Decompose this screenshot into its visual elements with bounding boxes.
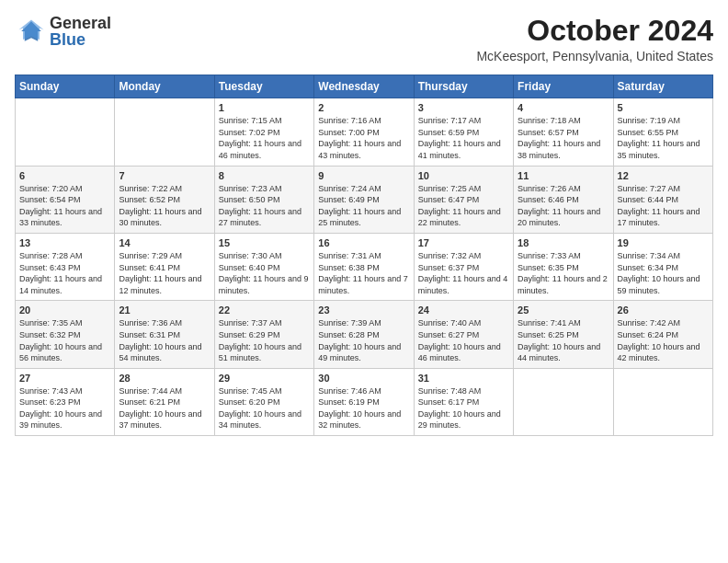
calendar-cell: 15Sunrise: 7:30 AM Sunset: 6:40 PM Dayli… bbox=[214, 233, 313, 300]
calendar-cell: 23Sunrise: 7:39 AM Sunset: 6:28 PM Dayli… bbox=[314, 301, 414, 368]
calendar-cell: 26Sunrise: 7:42 AM Sunset: 6:24 PM Dayli… bbox=[613, 301, 712, 368]
logo-general-text: General bbox=[50, 15, 111, 31]
cell-content: Sunrise: 7:15 AM Sunset: 7:02 PM Dayligh… bbox=[219, 115, 310, 161]
calendar-cell: 3Sunrise: 7:17 AM Sunset: 6:59 PM Daylig… bbox=[414, 98, 513, 166]
day-number: 11 bbox=[518, 170, 609, 181]
cell-content: Sunrise: 7:24 AM Sunset: 6:49 PM Dayligh… bbox=[318, 183, 409, 229]
calendar-cell: 1Sunrise: 7:15 AM Sunset: 7:02 PM Daylig… bbox=[214, 98, 313, 166]
cell-content: Sunrise: 7:26 AM Sunset: 6:46 PM Dayligh… bbox=[518, 183, 609, 229]
calendar-cell: 22Sunrise: 7:37 AM Sunset: 6:29 PM Dayli… bbox=[214, 301, 313, 368]
day-number: 29 bbox=[219, 373, 310, 384]
calendar-cell: 19Sunrise: 7:34 AM Sunset: 6:34 PM Dayli… bbox=[613, 233, 712, 300]
calendar-cell: 20Sunrise: 7:35 AM Sunset: 6:32 PM Dayli… bbox=[16, 301, 115, 368]
calendar-cell: 2Sunrise: 7:16 AM Sunset: 7:00 PM Daylig… bbox=[314, 98, 414, 166]
cell-content: Sunrise: 7:29 AM Sunset: 6:41 PM Dayligh… bbox=[119, 250, 210, 296]
calendar-day-header: Monday bbox=[115, 75, 214, 98]
calendar-cell: 16Sunrise: 7:31 AM Sunset: 6:38 PM Dayli… bbox=[314, 233, 414, 300]
calendar-cell bbox=[613, 368, 712, 435]
calendar-week-row: 6Sunrise: 7:20 AM Sunset: 6:54 PM Daylig… bbox=[16, 166, 713, 233]
calendar-cell: 12Sunrise: 7:27 AM Sunset: 6:44 PM Dayli… bbox=[613, 166, 712, 233]
calendar-cell bbox=[115, 98, 214, 166]
calendar-cell: 14Sunrise: 7:29 AM Sunset: 6:41 PM Dayli… bbox=[115, 233, 214, 300]
calendar-cell: 4Sunrise: 7:18 AM Sunset: 6:57 PM Daylig… bbox=[514, 98, 613, 166]
cell-content: Sunrise: 7:19 AM Sunset: 6:55 PM Dayligh… bbox=[618, 115, 709, 161]
calendar-day-header: Sunday bbox=[16, 75, 115, 98]
calendar-day-header: Thursday bbox=[414, 75, 513, 98]
calendar-cell: 31Sunrise: 7:48 AM Sunset: 6:17 PM Dayli… bbox=[414, 368, 513, 435]
calendar-cell: 9Sunrise: 7:24 AM Sunset: 6:49 PM Daylig… bbox=[314, 166, 414, 233]
day-number: 25 bbox=[518, 304, 609, 316]
calendar-week-row: 1Sunrise: 7:15 AM Sunset: 7:02 PM Daylig… bbox=[16, 98, 713, 166]
location-title: McKeesport, Pennsylvania, United States bbox=[476, 49, 713, 63]
calendar-cell: 29Sunrise: 7:45 AM Sunset: 6:20 PM Dayli… bbox=[214, 368, 313, 435]
calendar-cell: 10Sunrise: 7:25 AM Sunset: 6:47 PM Dayli… bbox=[414, 166, 513, 233]
cell-content: Sunrise: 7:40 AM Sunset: 6:27 PM Dayligh… bbox=[418, 317, 509, 363]
calendar-week-row: 13Sunrise: 7:28 AM Sunset: 6:43 PM Dayli… bbox=[16, 233, 713, 300]
day-number: 7 bbox=[119, 170, 210, 181]
calendar-cell: 21Sunrise: 7:36 AM Sunset: 6:31 PM Dayli… bbox=[115, 301, 214, 368]
calendar-cell bbox=[514, 368, 613, 435]
day-number: 4 bbox=[518, 102, 609, 113]
calendar-header-row: SundayMondayTuesdayWednesdayThursdayFrid… bbox=[16, 75, 713, 98]
day-number: 24 bbox=[418, 304, 509, 316]
calendar-day-header: Wednesday bbox=[314, 75, 414, 98]
day-number: 26 bbox=[618, 304, 709, 316]
day-number: 9 bbox=[318, 170, 409, 181]
day-number: 13 bbox=[19, 237, 110, 248]
calendar-cell: 25Sunrise: 7:41 AM Sunset: 6:25 PM Dayli… bbox=[514, 301, 613, 368]
day-number: 27 bbox=[19, 373, 110, 384]
cell-content: Sunrise: 7:39 AM Sunset: 6:28 PM Dayligh… bbox=[318, 317, 409, 363]
day-number: 3 bbox=[418, 102, 509, 113]
calendar-week-row: 20Sunrise: 7:35 AM Sunset: 6:32 PM Dayli… bbox=[16, 301, 713, 368]
cell-content: Sunrise: 7:32 AM Sunset: 6:37 PM Dayligh… bbox=[418, 250, 509, 296]
cell-content: Sunrise: 7:23 AM Sunset: 6:50 PM Dayligh… bbox=[219, 183, 310, 229]
cell-content: Sunrise: 7:22 AM Sunset: 6:52 PM Dayligh… bbox=[119, 183, 210, 229]
calendar-day-header: Saturday bbox=[613, 75, 712, 98]
cell-content: Sunrise: 7:31 AM Sunset: 6:38 PM Dayligh… bbox=[318, 250, 409, 296]
day-number: 31 bbox=[418, 373, 509, 384]
day-number: 16 bbox=[318, 237, 409, 248]
calendar-cell: 6Sunrise: 7:20 AM Sunset: 6:54 PM Daylig… bbox=[16, 166, 115, 233]
calendar-cell: 27Sunrise: 7:43 AM Sunset: 6:23 PM Dayli… bbox=[16, 368, 115, 435]
title-section: October 2024 McKeesport, Pennsylvania, U… bbox=[476, 15, 713, 63]
calendar-day-header: Tuesday bbox=[214, 75, 313, 98]
cell-content: Sunrise: 7:20 AM Sunset: 6:54 PM Dayligh… bbox=[19, 183, 110, 229]
day-number: 20 bbox=[19, 304, 110, 316]
day-number: 22 bbox=[219, 304, 310, 316]
logo-blue-text: Blue bbox=[50, 31, 111, 48]
calendar-cell: 8Sunrise: 7:23 AM Sunset: 6:50 PM Daylig… bbox=[214, 166, 313, 233]
cell-content: Sunrise: 7:41 AM Sunset: 6:25 PM Dayligh… bbox=[518, 317, 609, 363]
day-number: 21 bbox=[119, 304, 210, 316]
cell-content: Sunrise: 7:36 AM Sunset: 6:31 PM Dayligh… bbox=[119, 317, 210, 363]
day-number: 23 bbox=[318, 304, 409, 316]
calendar-cell: 28Sunrise: 7:44 AM Sunset: 6:21 PM Dayli… bbox=[115, 368, 214, 435]
day-number: 18 bbox=[518, 237, 609, 248]
logo-bird-icon bbox=[15, 15, 48, 48]
day-number: 5 bbox=[618, 102, 709, 113]
day-number: 2 bbox=[318, 102, 409, 113]
day-number: 14 bbox=[119, 237, 210, 248]
cell-content: Sunrise: 7:28 AM Sunset: 6:43 PM Dayligh… bbox=[19, 250, 110, 296]
day-number: 28 bbox=[119, 373, 210, 384]
day-number: 19 bbox=[618, 237, 709, 248]
page-header: General Blue October 2024 McKeesport, Pe… bbox=[15, 15, 713, 63]
day-number: 15 bbox=[219, 237, 310, 248]
cell-content: Sunrise: 7:48 AM Sunset: 6:17 PM Dayligh… bbox=[418, 385, 509, 431]
day-number: 10 bbox=[418, 170, 509, 181]
cell-content: Sunrise: 7:43 AM Sunset: 6:23 PM Dayligh… bbox=[19, 385, 110, 431]
calendar-cell: 18Sunrise: 7:33 AM Sunset: 6:35 PM Dayli… bbox=[514, 233, 613, 300]
month-title: October 2024 bbox=[476, 15, 713, 47]
cell-content: Sunrise: 7:46 AM Sunset: 6:19 PM Dayligh… bbox=[318, 385, 409, 431]
day-number: 17 bbox=[418, 237, 509, 248]
calendar-cell bbox=[16, 98, 115, 166]
day-number: 12 bbox=[618, 170, 709, 181]
logo: General Blue bbox=[15, 15, 111, 48]
day-number: 8 bbox=[219, 170, 310, 181]
calendar-cell: 13Sunrise: 7:28 AM Sunset: 6:43 PM Dayli… bbox=[16, 233, 115, 300]
cell-content: Sunrise: 7:42 AM Sunset: 6:24 PM Dayligh… bbox=[618, 317, 709, 363]
calendar-cell: 30Sunrise: 7:46 AM Sunset: 6:19 PM Dayli… bbox=[314, 368, 414, 435]
calendar-day-header: Friday bbox=[514, 75, 613, 98]
day-number: 30 bbox=[318, 373, 409, 384]
calendar-cell: 11Sunrise: 7:26 AM Sunset: 6:46 PM Dayli… bbox=[514, 166, 613, 233]
calendar-cell: 24Sunrise: 7:40 AM Sunset: 6:27 PM Dayli… bbox=[414, 301, 513, 368]
